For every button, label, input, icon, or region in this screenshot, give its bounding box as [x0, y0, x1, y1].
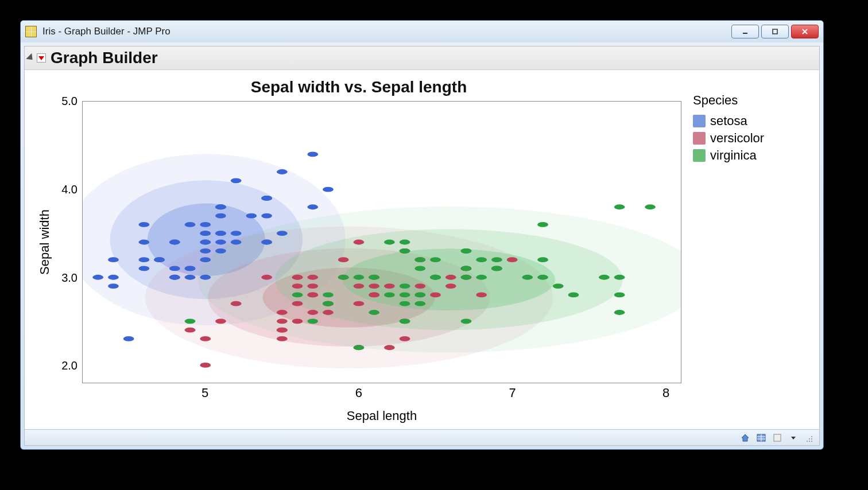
- data-point[interactable]: [414, 257, 425, 262]
- data-point[interactable]: [200, 275, 211, 280]
- data-point[interactable]: [246, 213, 257, 219]
- data-point[interactable]: [231, 301, 242, 306]
- data-point[interactable]: [476, 292, 487, 297]
- data-point[interactable]: [231, 240, 242, 245]
- data-point[interactable]: [400, 336, 410, 341]
- data-point[interactable]: [307, 204, 318, 209]
- data-point[interactable]: [307, 310, 318, 315]
- data-point[interactable]: [277, 169, 288, 174]
- data-point[interactable]: [185, 275, 196, 280]
- data-point[interactable]: [491, 266, 502, 271]
- data-point[interactable]: [614, 204, 625, 209]
- data-point[interactable]: [261, 240, 272, 245]
- data-point[interactable]: [169, 275, 180, 280]
- data-point[interactable]: [108, 257, 119, 262]
- data-point[interactable]: [307, 318, 318, 324]
- data-point[interactable]: [369, 310, 379, 315]
- data-point[interactable]: [169, 240, 180, 245]
- data-point[interactable]: [614, 292, 625, 297]
- data-point[interactable]: [461, 266, 472, 271]
- data-point[interactable]: [414, 301, 425, 306]
- data-point[interactable]: [277, 231, 288, 236]
- data-point[interactable]: [400, 292, 410, 297]
- data-point[interactable]: [138, 222, 149, 227]
- data-point[interactable]: [215, 318, 226, 324]
- legend-item-versicolor[interactable]: versicolor: [693, 131, 802, 146]
- data-point[interactable]: [200, 363, 211, 368]
- data-point[interactable]: [215, 204, 226, 209]
- home-icon[interactable]: [740, 433, 750, 443]
- data-point[interactable]: [476, 275, 487, 280]
- data-point[interactable]: [231, 231, 242, 236]
- legend-item-virginica[interactable]: virginica: [693, 148, 802, 163]
- data-point[interactable]: [277, 336, 288, 341]
- data-point[interactable]: [384, 345, 395, 350]
- data-point[interactable]: [323, 292, 334, 297]
- data-point[interactable]: [522, 275, 533, 280]
- data-point[interactable]: [400, 301, 410, 306]
- data-point[interactable]: [108, 275, 119, 280]
- data-point[interactable]: [200, 231, 211, 236]
- data-point[interactable]: [537, 275, 548, 280]
- data-point[interactable]: [614, 275, 625, 280]
- data-point[interactable]: [476, 257, 487, 262]
- data-point[interactable]: [369, 275, 379, 280]
- data-point[interactable]: [277, 328, 288, 333]
- data-point[interactable]: [154, 257, 165, 262]
- data-point[interactable]: [169, 266, 180, 271]
- plot-box[interactable]: [82, 101, 681, 383]
- data-point[interactable]: [537, 257, 548, 262]
- data-point[interactable]: [261, 275, 272, 280]
- data-point[interactable]: [445, 275, 456, 280]
- data-point[interactable]: [307, 151, 318, 157]
- resize-grip-icon[interactable]: [804, 433, 815, 443]
- data-point[interactable]: [185, 328, 196, 333]
- data-point[interactable]: [354, 345, 365, 350]
- dropdown-icon[interactable]: [788, 433, 799, 443]
- data-point[interactable]: [292, 283, 303, 289]
- data-point[interactable]: [307, 292, 318, 297]
- options-icon[interactable]: [772, 433, 782, 443]
- data-point[interactable]: [445, 283, 456, 289]
- data-point[interactable]: [599, 275, 610, 280]
- data-point[interactable]: [369, 283, 379, 289]
- data-point[interactable]: [354, 301, 365, 306]
- data-point[interactable]: [568, 292, 579, 297]
- disclosure-triangle-icon[interactable]: [26, 53, 35, 63]
- data-point[interactable]: [261, 213, 272, 219]
- data-point[interactable]: [400, 283, 410, 289]
- titlebar[interactable]: Iris - Graph Builder - JMP Pro: [21, 21, 823, 42]
- data-point[interactable]: [292, 318, 303, 324]
- data-point[interactable]: [354, 240, 365, 245]
- data-point[interactable]: [277, 318, 288, 324]
- data-point[interactable]: [645, 204, 656, 209]
- hotspot-menu-icon[interactable]: [37, 53, 46, 63]
- data-point[interactable]: [338, 257, 349, 262]
- data-point[interactable]: [537, 222, 548, 227]
- data-point[interactable]: [461, 275, 472, 280]
- data-point[interactable]: [354, 275, 365, 280]
- data-point[interactable]: [461, 248, 472, 254]
- data-point[interactable]: [614, 310, 625, 315]
- data-point[interactable]: [384, 240, 395, 245]
- data-point[interactable]: [185, 222, 196, 227]
- data-point[interactable]: [108, 283, 119, 289]
- legend-item-setosa[interactable]: setosa: [693, 114, 802, 129]
- data-point[interactable]: [491, 257, 502, 262]
- data-point[interactable]: [369, 292, 379, 297]
- data-point[interactable]: [215, 213, 226, 219]
- data-point[interactable]: [185, 266, 196, 271]
- data-point[interactable]: [414, 266, 425, 271]
- data-point[interactable]: [200, 248, 211, 254]
- section-header[interactable]: Graph Builder: [25, 46, 819, 70]
- close-button[interactable]: [791, 25, 819, 38]
- data-point[interactable]: [292, 292, 303, 297]
- data-point[interactable]: [430, 292, 441, 297]
- data-point[interactable]: [461, 318, 472, 324]
- maximize-button[interactable]: [761, 25, 789, 38]
- data-point[interactable]: [430, 275, 441, 280]
- data-point[interactable]: [215, 231, 226, 236]
- data-point[interactable]: [323, 310, 334, 315]
- data-point[interactable]: [323, 187, 334, 192]
- table-icon[interactable]: [756, 433, 766, 443]
